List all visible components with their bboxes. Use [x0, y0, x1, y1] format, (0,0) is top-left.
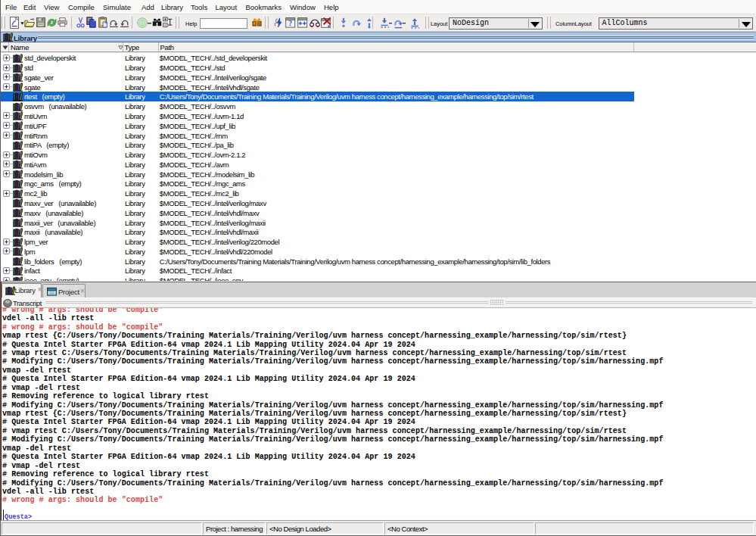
svg-text:?: ? — [288, 20, 292, 27]
